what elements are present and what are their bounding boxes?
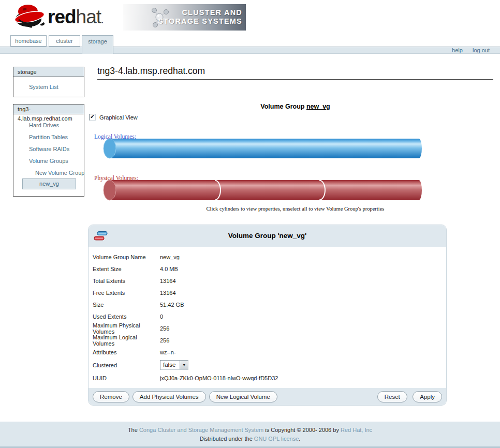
- panel-header: Volume Group 'new_vg': [89, 225, 446, 247]
- select-dropdown-arrow-icon[interactable]: ▼: [180, 361, 188, 369]
- property-label: Total Extents: [93, 278, 160, 284]
- volume-group-icon: [94, 231, 108, 241]
- property-row: Used Extents 0: [89, 310, 446, 322]
- property-row: Maximum Physical Volumes 256: [89, 322, 446, 334]
- redhat-logo-icon: [12, 2, 48, 29]
- help-link[interactable]: help: [452, 47, 463, 53]
- footer-text: Distributed under the: [200, 436, 254, 442]
- session-bar: [0, 47, 500, 54]
- footer-license-line: Distributed under the GNU GPL license.: [0, 436, 500, 442]
- sidebar-item-hard-drives[interactable]: Hard Drives: [29, 122, 59, 128]
- tab-homebase[interactable]: homebase: [10, 35, 47, 47]
- page-footer: The Conga Cluster and Storage Management…: [0, 422, 500, 448]
- property-label: Size: [93, 302, 160, 308]
- sidebar-item-new-vg-selected[interactable]: new_vg: [22, 178, 76, 189]
- clustered-selected-value: false: [160, 361, 180, 369]
- property-row: Attributes wz--n-: [89, 346, 446, 358]
- property-value: 0: [160, 313, 163, 320]
- new-logical-volume-button[interactable]: New Logical Volume: [209, 391, 277, 402]
- property-value: 256: [160, 337, 169, 344]
- property-value: wz--n-: [160, 349, 176, 355]
- logical-volume-cylinder[interactable]: [103, 138, 422, 159]
- panel-title: Volume Group 'new_vg': [89, 225, 446, 247]
- property-label: Maximum Logical Volumes: [93, 334, 160, 347]
- vg-heading-prefix: Volume Group: [260, 103, 306, 110]
- redhat-wordmark: redhat.: [48, 6, 104, 28]
- property-value: new_vg: [160, 254, 180, 260]
- footer-text: .: [299, 436, 300, 442]
- property-value: 13164: [160, 290, 176, 296]
- property-row: Extent Size 4.0 MB: [89, 263, 446, 275]
- property-label: Extent Size: [93, 266, 160, 272]
- property-row: Volume Group Name new_vg: [89, 251, 446, 263]
- footer-copyright-line: The Conga Cluster and Storage Management…: [0, 427, 500, 433]
- apply-button[interactable]: Apply: [413, 391, 442, 402]
- sidebar-item-system-list[interactable]: System List: [29, 84, 58, 90]
- property-label: Volume Group Name: [93, 254, 160, 260]
- brand-red: red: [48, 6, 76, 27]
- footer-text: is Copyright © 2000- 2006 by: [263, 427, 341, 433]
- vg-heading-name: new_vg: [306, 103, 330, 110]
- property-label: Attributes: [93, 349, 160, 355]
- brand-hat: hat: [76, 6, 101, 27]
- sidebar-storage-title: storage: [13, 67, 84, 77]
- property-label: Used Extents: [93, 313, 160, 320]
- sidebar-item-partition-tables[interactable]: Partition Tables: [29, 134, 68, 140]
- tab-storage[interactable]: storage: [82, 35, 113, 54]
- sidebar-system-title: tng3-4.lab.msp.redhat.com: [13, 104, 84, 114]
- page-title: tng3-4.lab.msp.redhat.com: [97, 66, 493, 80]
- property-label: Clustered: [93, 362, 160, 368]
- property-row: Size 51.42 GB: [89, 298, 446, 310]
- storage-page: redhat. CLUSTER AND STORAGE SYSTEMS home…: [0, 0, 500, 448]
- property-row: Maximum Logical Volumes 256: [89, 334, 446, 346]
- gpl-license-link[interactable]: GNU GPL license: [254, 436, 299, 442]
- property-label: UUID: [93, 375, 160, 381]
- property-value: 51.42 GB: [160, 302, 184, 308]
- volume-group-heading: Volume Group new_vg: [97, 103, 493, 110]
- conga-link[interactable]: Conga Cluster and Storage Management Sys…: [139, 427, 263, 433]
- sidebar-system-box: tng3-4.lab.msp.redhat.com Hard Drives Pa…: [13, 104, 84, 197]
- property-row-uuid: UUID jxQJ0a-ZKk0-OpMO-0118-nlwO-wwqd-fD5…: [89, 372, 446, 384]
- cylinder-caption: Click cylinders to view properties, unse…: [97, 206, 493, 212]
- sidebar-item-software-raids[interactable]: Software RAIDs: [29, 146, 69, 152]
- graphical-view-checkbox[interactable]: ✓: [89, 114, 96, 121]
- property-label: Free Extents: [93, 290, 160, 296]
- checkbox-check-icon: ✓: [90, 113, 95, 120]
- sidebar-storage-box: storage System List: [13, 67, 84, 97]
- brand-dot: .: [101, 14, 104, 25]
- banner-title: CLUSTER AND STORAGE SYSTEMS: [158, 8, 242, 26]
- logout-link[interactable]: log out: [473, 47, 490, 53]
- panel-body: Volume Group Name new_vg Extent Size 4.0…: [89, 247, 446, 388]
- remove-button[interactable]: Remove: [93, 391, 129, 402]
- reset-button[interactable]: Reset: [377, 391, 407, 402]
- banner-line2: STORAGE SYSTEMS: [158, 17, 242, 26]
- physical-volume-cylinder[interactable]: [103, 180, 422, 201]
- volume-group-properties-panel: Volume Group 'new_vg' Volume Group Name …: [88, 225, 447, 406]
- clustered-select[interactable]: false ▼: [160, 360, 188, 370]
- banner-line1: CLUSTER AND: [158, 8, 242, 17]
- property-value: jxQJ0a-ZKk0-OpMO-0118-nlwO-wwqd-fD5D32: [160, 375, 278, 381]
- add-physical-volumes-button[interactable]: Add Physical Volumes: [133, 391, 206, 402]
- cluster-storage-banner: CLUSTER AND STORAGE SYSTEMS: [123, 4, 246, 31]
- redhat-link[interactable]: Red Hat, Inc: [341, 427, 372, 433]
- session-links: help log out: [444, 47, 490, 53]
- property-value: 256: [160, 325, 169, 332]
- sidebar-item-volume-groups[interactable]: Volume Groups: [29, 158, 68, 164]
- property-label: Maximum Physical Volumes: [93, 322, 160, 335]
- property-value: 13164: [160, 278, 176, 284]
- sidebar-item-new-volume-group[interactable]: New Volume Group: [35, 170, 84, 176]
- graphical-view-label: Graphical View: [99, 114, 138, 121]
- property-value: 4.0 MB: [160, 266, 178, 272]
- property-row-clustered: Clustered false ▼: [89, 358, 446, 372]
- panel-button-bar: Remove Add Physical Volumes New Logical …: [89, 388, 446, 405]
- property-row: Total Extents 13164: [89, 275, 446, 287]
- footer-text: The: [128, 427, 139, 433]
- property-row: Free Extents 13164: [89, 287, 446, 298]
- tab-cluster[interactable]: cluster: [49, 35, 80, 47]
